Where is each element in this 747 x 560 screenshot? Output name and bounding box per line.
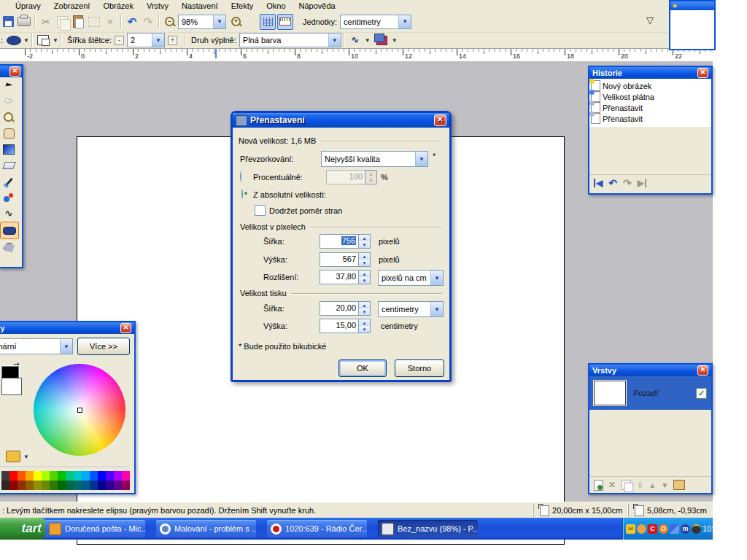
palette-icon[interactable] [6, 451, 20, 462]
copy-button[interactable] [55, 15, 69, 29]
spin-up-icon[interactable]: ▲ [359, 302, 370, 308]
units-combobox[interactable]: centimetry ▼ [340, 15, 411, 29]
color-swatch[interactable] [58, 481, 66, 490]
zoom-tool-button[interactable] [0, 109, 18, 125]
opera-tray-icon[interactable]: O [659, 524, 668, 534]
color-swatch[interactable] [9, 471, 18, 481]
color-swatch[interactable] [106, 481, 114, 490]
chevron-down-icon[interactable]: ▼ [53, 37, 58, 44]
lasso-tool-button[interactable] [0, 239, 18, 255]
layers-titlebar[interactable]: Vrstvy ✕ [589, 365, 711, 376]
navigator-preview[interactable] [670, 10, 714, 47]
color-swatch[interactable] [98, 481, 106, 490]
zoom-combobox[interactable]: 98% ▼ [178, 15, 226, 29]
layer-visibility-checkbox[interactable]: ✓ [696, 388, 707, 399]
color-swatch[interactable] [90, 481, 98, 490]
grid-toggle-button[interactable] [260, 14, 276, 30]
color-swatch[interactable] [1, 471, 9, 481]
color-swatch[interactable] [106, 471, 114, 481]
timer-tray-icon[interactable] [692, 524, 701, 534]
ruler-toggle-button[interactable] [277, 14, 293, 30]
spin-down-icon[interactable]: ▼ [359, 260, 370, 266]
chevron-down-icon[interactable]: ▼ [365, 37, 371, 44]
direct-select-tool-button[interactable] [0, 93, 18, 109]
palette-combobox[interactable]: Primární ▼ [0, 338, 73, 354]
c-tray-icon[interactable]: C [648, 524, 657, 534]
merge-layer-icon[interactable]: ⇩ [637, 481, 643, 490]
history-item[interactable]: Přenastavit [589, 113, 711, 124]
layer-properties-icon[interactable] [673, 480, 685, 490]
color-swatch[interactable] [98, 471, 106, 481]
resample-combobox[interactable]: Nejvyšší kvalita ▼ [321, 151, 428, 167]
hand-tool-button[interactable] [0, 125, 18, 141]
absolute-radio[interactable] [241, 189, 243, 199]
filter-icon[interactable]: ▽ [646, 15, 654, 25]
color-swatch[interactable] [34, 471, 42, 481]
shape-ellipse-button[interactable] [7, 33, 21, 47]
background-color-swatch[interactable] [1, 378, 22, 395]
color-swatch[interactable] [90, 471, 98, 481]
color-swatch[interactable] [1, 481, 9, 490]
chevron-down-icon[interactable]: ▼ [398, 15, 411, 28]
layer-row[interactable]: Pozadí ✓ [589, 376, 711, 410]
chevron-down-icon[interactable]: ▼ [430, 302, 443, 316]
start-button[interactable]: tart [0, 518, 49, 540]
close-icon[interactable]: ✕ [9, 66, 20, 77]
brush-decrease-button[interactable]: - [115, 36, 124, 45]
spin-down-icon[interactable]: ▼ [359, 308, 370, 315]
add-layer-icon[interactable] [594, 480, 603, 491]
chevron-down-icon[interactable]: ▼ [213, 15, 225, 28]
replace-color-tool-button[interactable] [0, 190, 18, 206]
save-button[interactable] [1, 15, 15, 29]
shape-tool-button[interactable] [0, 222, 19, 239]
clock-tray-icon[interactable] [637, 524, 646, 534]
transform-selection-button[interactable] [87, 15, 101, 29]
spin-up-icon[interactable]: ▲ [359, 253, 370, 260]
close-icon[interactable]: ✕ [120, 323, 131, 333]
menu-vrstvy[interactable]: Vrstvy [140, 1, 175, 11]
navigator-titlebar[interactable]: ★ [670, 1, 714, 10]
spin-up-icon[interactable]: ▲ [359, 319, 370, 326]
delete-layer-icon[interactable]: ✕ [608, 480, 616, 490]
color-swatch[interactable] [122, 481, 130, 490]
spin-down-icon[interactable]: ▼ [359, 326, 370, 332]
gradient-tool-button[interactable] [0, 141, 18, 158]
height-spinner[interactable]: 567 ▲▼ [320, 252, 371, 267]
chevron-down-icon[interactable]: ▼ [152, 34, 164, 47]
tool-palette-titlebar[interactable]: ✕ [0, 66, 22, 77]
print-button[interactable] [17, 15, 31, 29]
print-width-unit-combobox[interactable]: centimetry ▼ [378, 301, 444, 317]
chevron-down-icon[interactable]: ▼ [23, 454, 29, 460]
spin-down-icon[interactable]: ▼ [365, 177, 376, 184]
delete-selection-button[interactable]: ✕ [103, 15, 117, 29]
first-state-icon[interactable]: ◀ [594, 179, 603, 187]
color-swatch[interactable] [82, 471, 90, 481]
taskbar-task-radio[interactable]: 1020:639 - Rádio Čer... [267, 520, 367, 537]
color-swatch[interactable] [50, 471, 58, 481]
close-icon[interactable]: ✕ [697, 365, 708, 376]
color-swatch[interactable] [74, 481, 82, 490]
history-item[interactable]: Nový obrázek [589, 80, 711, 91]
spin-up-icon[interactable]: ▲ [359, 271, 370, 277]
chevron-down-icon[interactable]: ▼ [415, 152, 427, 166]
menu-nastaveni[interactable]: Nastavení [175, 1, 225, 11]
redo-icon[interactable]: ↷ [623, 179, 632, 187]
zoom-out-button[interactable]: − [163, 15, 177, 29]
close-icon[interactable]: ✕ [697, 68, 708, 78]
brush-increase-button[interactable]: + [168, 36, 177, 45]
taskbar-task-editor[interactable]: Bez_nazvu (98%) - P... [378, 520, 478, 537]
color-swatch[interactable] [9, 481, 18, 490]
taskbar-task-mail[interactable]: Doručená pošta - Mic... [45, 520, 145, 537]
cut-button[interactable]: ✂ [39, 15, 53, 29]
close-button[interactable]: ✕ [434, 114, 446, 126]
undo-icon[interactable]: ↶ [608, 179, 617, 187]
color-wheel[interactable] [34, 364, 125, 456]
color-swatch[interactable] [50, 481, 58, 490]
brush-width-combobox[interactable]: 2 ▼ [127, 33, 165, 47]
mail-tray-icon[interactable]: ✉ [626, 524, 635, 534]
chevron-down-icon[interactable]: ▼ [328, 34, 341, 47]
color-swatch[interactable] [18, 481, 26, 490]
blend-mode-button[interactable] [375, 33, 390, 47]
dialog-titlebar[interactable]: Přenastavení ✕ [233, 113, 449, 128]
chevron-down-icon[interactable]: ▼ [23, 37, 29, 44]
